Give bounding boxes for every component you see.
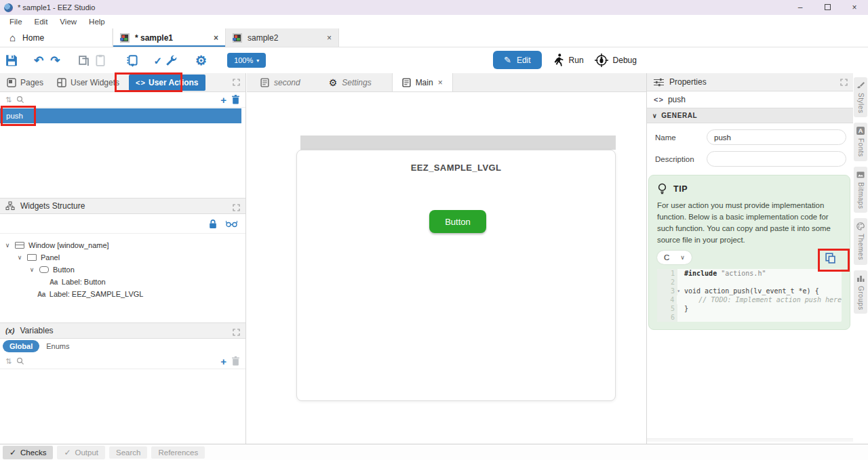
chevron-down-icon: ∨ xyxy=(652,112,657,119)
language-select[interactable]: C ∨ xyxy=(657,251,692,264)
maximize-panel-icon[interactable] xyxy=(233,79,240,86)
home-tab-label: Home xyxy=(22,33,44,43)
build-button[interactable] xyxy=(165,52,178,68)
tab-references-label: References xyxy=(158,448,198,457)
tab-references[interactable]: References xyxy=(151,446,205,459)
rail-tab-bitmaps[interactable]: Bitmaps xyxy=(854,167,867,213)
fold-icon[interactable]: ▾ xyxy=(677,287,680,295)
code-text: void action_push(lv_event_t *e) { xyxy=(677,287,819,295)
run-mode-button[interactable]: Run xyxy=(553,54,584,66)
tab-checks[interactable]: ✓ Checks xyxy=(3,446,53,459)
edit-mode-button[interactable]: ✎ Edit xyxy=(493,51,542,69)
close-tab-icon[interactable]: × xyxy=(327,33,332,43)
menu-help[interactable]: Help xyxy=(83,16,111,27)
add-action-button[interactable]: + xyxy=(220,95,226,105)
search-icon xyxy=(16,96,24,104)
tab-home[interactable]: ⌂ Home xyxy=(0,28,113,47)
tab-enums[interactable]: Enums xyxy=(46,342,69,350)
menu-file[interactable]: File xyxy=(4,16,28,27)
tip-title: TIP xyxy=(673,184,688,194)
tab-main[interactable]: Main × xyxy=(392,73,453,91)
project-icon xyxy=(233,33,242,43)
maximize-panel-icon[interactable] xyxy=(233,204,240,211)
code-line: 3▾ void action_push(lv_event_t *e) { xyxy=(657,287,842,295)
maximize-panel-icon[interactable] xyxy=(233,329,240,336)
restore-button[interactable] xyxy=(814,3,841,12)
sort-icon[interactable]: ⇅ xyxy=(5,96,12,104)
close-tab-icon[interactable]: × xyxy=(438,78,443,87)
tab-settings[interactable]: ⚙ Settings xyxy=(319,73,381,91)
window-title: * sample1 - EEZ Studio xyxy=(18,3,95,12)
variables-search-input[interactable] xyxy=(29,355,216,367)
restore-icon xyxy=(825,4,831,10)
code-line: 4 // TODO: Implement action push here xyxy=(657,295,842,304)
redo-button[interactable]: ↷ xyxy=(50,52,60,68)
canvas-selection-strip xyxy=(300,135,616,150)
brush-icon xyxy=(856,81,865,89)
tab-sample1[interactable]: * sample1 × xyxy=(113,28,226,47)
delete-action-button[interactable] xyxy=(231,95,240,104)
glasses-icon[interactable] xyxy=(226,220,237,228)
close-button[interactable]: × xyxy=(841,3,868,12)
description-field-input[interactable] xyxy=(707,151,846,167)
menu-view[interactable]: View xyxy=(54,16,82,27)
tree-label: Panel xyxy=(41,253,60,262)
paste-button[interactable] xyxy=(95,52,106,68)
changes-notebook-button[interactable] xyxy=(126,52,139,68)
tree-row-window[interactable]: ∨ Window [window_name] xyxy=(0,239,245,251)
variables-icon: (x) xyxy=(5,327,14,335)
name-field-input[interactable] xyxy=(707,129,846,145)
variables-search-row: ⇅ + xyxy=(0,354,245,369)
maximize-panel-icon[interactable] xyxy=(840,79,848,86)
section-general[interactable]: ∨ GENERAL xyxy=(647,108,853,123)
lock-icon[interactable] xyxy=(208,219,218,229)
tree-row-panel[interactable]: ∨ Panel xyxy=(0,251,245,264)
menu-edit[interactable]: Edit xyxy=(29,16,54,27)
tree-row-label-button[interactable]: Aa Label: Button xyxy=(0,276,245,288)
tab-checks-label: Checks xyxy=(20,448,46,457)
bitmap-icon xyxy=(856,171,865,179)
save-button[interactable] xyxy=(5,52,18,68)
widgets-tree: ∨ Window [window_name] ∨ Panel ∨ Button … xyxy=(0,234,245,300)
code-line: 6 xyxy=(657,313,842,322)
rail-tab-themes[interactable]: Themes xyxy=(854,218,867,264)
tab-output[interactable]: ✓ Output xyxy=(57,446,105,459)
clipped-content-row xyxy=(647,438,853,442)
tab-search[interactable]: Search xyxy=(109,446,147,459)
action-list-item-push[interactable]: push xyxy=(0,108,241,123)
rail-tab-styles[interactable]: Styles xyxy=(854,77,867,117)
settings-button[interactable]: ⚙ xyxy=(195,52,207,68)
tab-sample2[interactable]: sample2 × xyxy=(226,28,339,47)
tree-row-button[interactable]: ∨ Button xyxy=(0,264,245,276)
copy-button[interactable] xyxy=(78,52,90,68)
left-panel: Pages User Widgets < > User Actions ⇅ xyxy=(0,73,246,444)
add-variable-button[interactable]: + xyxy=(220,356,226,367)
tab-user-widgets[interactable]: User Widgets xyxy=(50,78,126,87)
mode-switcher: ✎ Edit Run Debug xyxy=(493,51,637,69)
lvgl-button-widget[interactable]: Button xyxy=(429,210,486,233)
zoom-dropdown[interactable]: 100% ▾ xyxy=(227,53,266,68)
sort-icon[interactable]: ⇅ xyxy=(5,358,12,365)
tab-global[interactable]: Global xyxy=(3,340,39,352)
actions-search-input[interactable] xyxy=(29,93,216,106)
check-project-button[interactable]: ✓ xyxy=(154,52,163,68)
page-doc-icon xyxy=(260,78,269,87)
lvgl-page-preview[interactable]: EEZ_SAMPLE_LVGL Button xyxy=(296,150,616,401)
tree-row-label-sample[interactable]: Aa Label: EEZ_SAMPLE_LVGL xyxy=(0,288,245,300)
delete-variable-button[interactable] xyxy=(231,356,240,366)
line-number: 1 xyxy=(657,269,677,278)
close-tab-icon[interactable]: × xyxy=(214,33,218,43)
copy-code-button[interactable] xyxy=(825,252,836,264)
tab-user-actions[interactable]: < > User Actions xyxy=(129,75,205,91)
debug-mode-button[interactable]: Debug xyxy=(595,54,637,67)
rail-tab-groups[interactable]: Groups xyxy=(854,270,867,314)
undo-button[interactable]: ↶ xyxy=(34,52,43,68)
chevron-down-icon[interactable]: ∨ xyxy=(28,266,35,273)
tab-second[interactable]: second xyxy=(251,73,310,91)
minimize-button[interactable]: – xyxy=(787,3,814,12)
chevron-down-icon[interactable]: ∨ xyxy=(4,242,11,249)
chevron-down-icon[interactable]: ∨ xyxy=(16,254,23,261)
tab-pages[interactable]: Pages xyxy=(0,78,50,87)
rail-tab-fonts[interactable]: A Fonts xyxy=(854,123,867,161)
structure-icon xyxy=(5,201,15,211)
